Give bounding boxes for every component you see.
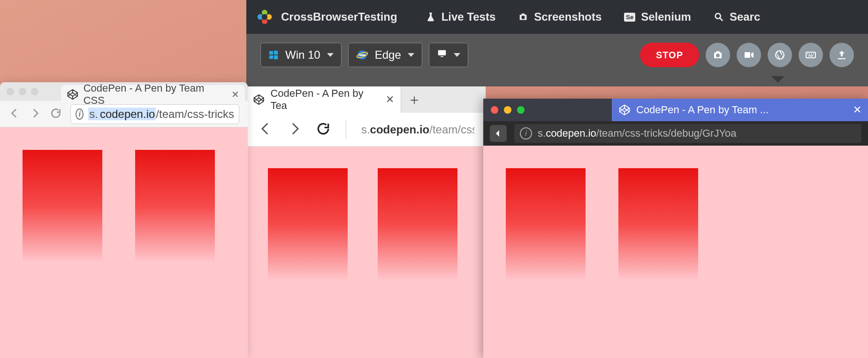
firefox-titlebar: CodePen - A Pen by Team ... ✕ <box>483 99 868 121</box>
gradient-box <box>268 168 348 356</box>
cbt-toolbar: Win 10 Edge STOP <box>246 34 868 76</box>
back-button[interactable] <box>490 125 507 142</box>
flask-icon <box>426 12 436 22</box>
traffic-light-close[interactable] <box>7 88 14 95</box>
cbt-brand-label: CrossBrowserTesting <box>281 10 397 23</box>
aperture-icon <box>774 49 785 61</box>
gradient-box <box>135 150 215 338</box>
codepen-icon <box>618 104 631 116</box>
snapshot-button[interactable] <box>706 43 730 67</box>
gradient-box <box>378 168 457 356</box>
chrome-tab[interactable]: CodePen - A Pen by Team CSS ✕ <box>61 85 245 104</box>
gradient-box <box>618 168 698 356</box>
url-domain: codepen.io <box>370 123 430 136</box>
traffic-light-max[interactable] <box>31 88 38 95</box>
svg-point-4 <box>262 14 267 20</box>
resolution-dropdown[interactable] <box>429 43 468 67</box>
svg-rect-8 <box>274 51 278 54</box>
firefox-browser-window: CodePen - A Pen by Team ... ✕ i s.codepe… <box>483 99 868 358</box>
svg-rect-9 <box>269 55 273 59</box>
separator <box>346 120 346 139</box>
url-domain: codepen.io <box>99 108 156 120</box>
upload-button[interactable] <box>830 43 854 67</box>
svg-rect-10 <box>274 55 278 59</box>
svg-rect-22 <box>808 55 813 56</box>
stop-button[interactable]: STOP <box>640 43 699 67</box>
stop-label: STOP <box>656 50 683 61</box>
info-icon[interactable]: i <box>520 127 532 140</box>
traffic-light-close[interactable] <box>491 106 498 114</box>
network-button[interactable] <box>768 43 792 67</box>
forward-button[interactable] <box>29 107 41 121</box>
record-button[interactable] <box>737 43 761 67</box>
video-icon <box>743 49 754 61</box>
edge-browser-window: CodePen - A Pen by Tea ✕ ＋ s.codepen.io/… <box>246 86 486 358</box>
close-icon[interactable]: ✕ <box>853 104 861 116</box>
traffic-light-min[interactable] <box>19 88 26 95</box>
svg-rect-19 <box>809 54 810 54</box>
back-button[interactable] <box>258 121 274 139</box>
svg-line-6 <box>720 18 723 21</box>
edge-tab[interactable]: CodePen - A Pen by Tea ✕ <box>246 86 401 113</box>
toolbar-lip <box>246 76 868 86</box>
svg-rect-7 <box>269 51 273 54</box>
svg-rect-20 <box>811 54 812 54</box>
url-prefix: s. <box>361 123 370 136</box>
nav-screenshots-label: Screenshots <box>534 10 602 23</box>
cbt-logo-icon <box>257 9 273 25</box>
url-path: /team/css-tricks/debug/GrJYoa <box>596 127 737 139</box>
url-domain: codepen.io <box>546 127 596 139</box>
refresh-button[interactable] <box>50 107 62 121</box>
chevron-down-icon <box>327 53 334 57</box>
svg-rect-17 <box>806 52 815 58</box>
chevron-down-icon <box>408 53 414 57</box>
refresh-button[interactable] <box>316 121 331 138</box>
nav-selenium[interactable]: Se Selenium <box>624 10 691 23</box>
browser-label: Edge <box>375 48 401 62</box>
nav-screenshots[interactable]: Screenshots <box>518 10 602 23</box>
nav-live-tests[interactable]: Live Tests <box>426 10 496 23</box>
traffic-light-min[interactable] <box>504 106 511 114</box>
svg-rect-15 <box>441 56 443 57</box>
search-icon <box>714 12 724 22</box>
nav-selenium-label: Selenium <box>641 10 691 23</box>
nav-live-label: Live Tests <box>442 10 496 23</box>
url-path: /team/css-t <box>429 123 474 136</box>
edge-address-bar[interactable]: s.codepen.io/team/css-t <box>361 123 474 136</box>
close-icon[interactable]: ✕ <box>386 93 394 106</box>
info-icon[interactable]: i <box>76 109 84 120</box>
chrome-tab-title: CodePen - A Pen by Team CSS <box>84 82 227 107</box>
firefox-tab[interactable]: CodePen - A Pen by Team ... ✕ <box>612 99 868 121</box>
svg-rect-21 <box>813 54 814 54</box>
edge-page-content <box>246 147 486 358</box>
chrome-page-content <box>0 127 248 358</box>
close-icon[interactable]: ✕ <box>231 89 239 100</box>
nav-search[interactable]: Searc <box>714 10 760 23</box>
forward-button[interactable] <box>287 121 303 139</box>
chrome-address-bar[interactable]: i s.codepen.io/team/css-tricks <box>70 104 239 124</box>
selenium-badge-icon: Se <box>624 13 635 22</box>
codepen-icon <box>67 88 79 101</box>
chrome-browser-window: CodePen - A Pen by Team CSS ✕ i s.codepe… <box>0 82 248 358</box>
url-prefix: s. <box>538 127 546 139</box>
windows-icon <box>268 50 279 60</box>
chevron-down-icon <box>454 53 460 57</box>
edge-tabstrip: CodePen - A Pen by Tea ✕ ＋ <box>246 86 486 113</box>
traffic-light-max[interactable] <box>517 106 525 114</box>
browser-dropdown[interactable]: Edge <box>348 43 422 67</box>
svg-rect-14 <box>438 50 446 55</box>
camera-icon <box>518 12 528 22</box>
cbt-topbar: CrossBrowserTesting Live Tests Screensho… <box>246 0 868 34</box>
firefox-toolbar: i s.codepen.io/team/css-tricks/debug/GrJ… <box>483 121 868 146</box>
monitor-icon <box>437 48 447 62</box>
keyboard-icon <box>805 49 816 61</box>
upload-icon <box>836 49 847 61</box>
firefox-address-bar[interactable]: i s.codepen.io/team/css-tricks/debug/GrJ… <box>514 124 861 143</box>
keyboard-button[interactable] <box>799 43 823 67</box>
gradient-box <box>23 150 102 338</box>
edge-toolbar: s.codepen.io/team/css-t <box>246 113 486 147</box>
new-tab-button[interactable]: ＋ <box>401 86 427 113</box>
os-dropdown[interactable]: Win 10 <box>260 43 342 67</box>
back-button[interactable] <box>8 107 21 121</box>
nav-search-label: Searc <box>730 10 760 23</box>
